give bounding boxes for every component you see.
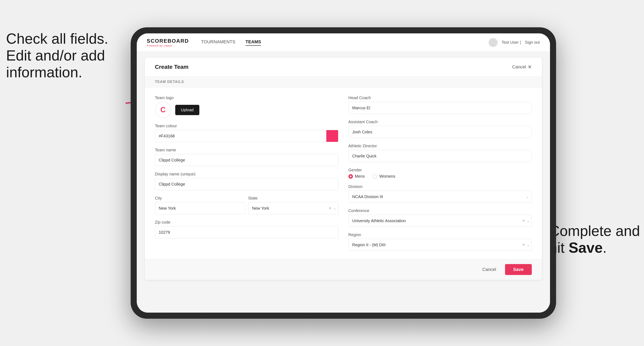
state-clear-icon[interactable]: ✕ bbox=[328, 206, 332, 210]
region-clear-icon[interactable]: ✕ bbox=[522, 243, 525, 247]
ath-director-input[interactable] bbox=[348, 150, 532, 162]
state-chevron-icon[interactable]: ⌄ bbox=[333, 206, 336, 210]
conference-select-controls: ✕ ⌄ bbox=[522, 218, 530, 223]
region-label: Region bbox=[348, 232, 532, 237]
annotation-left: Check all fields. Edit and/or add inform… bbox=[6, 30, 108, 81]
sign-out-link[interactable]: Sign out bbox=[525, 40, 540, 45]
annotation-right: Complete and hit Save. bbox=[549, 223, 640, 256]
tablet-screen: SCOREBOARD Powered by clippd TOURNAMENTS… bbox=[137, 33, 550, 313]
form-card: Create Team Cancel ✕ TEAM DETAILS Team l… bbox=[145, 58, 542, 280]
state-select-wrapper: New York ✕ ⌄ bbox=[248, 202, 338, 214]
team-colour-field: Team colour bbox=[155, 124, 338, 142]
logo-upload-area: C Upload bbox=[155, 102, 338, 118]
logo-circle: C bbox=[155, 102, 171, 118]
team-logo-label: Team logo bbox=[155, 96, 338, 100]
conference-select-wrapper: University Athletic Association ✕ ⌄ bbox=[348, 215, 532, 227]
gender-womens-option[interactable]: Womens bbox=[373, 174, 395, 179]
close-icon: ✕ bbox=[528, 64, 532, 70]
gender-mens-label: Mens bbox=[355, 174, 365, 179]
conference-chevron-icon[interactable]: ⌄ bbox=[527, 218, 530, 223]
ath-director-field: Athletic Director bbox=[348, 144, 532, 162]
annotation-right-line1: Complete and bbox=[549, 223, 640, 239]
conference-select[interactable]: University Athletic Association bbox=[348, 215, 532, 227]
form-title: Create Team bbox=[155, 64, 188, 70]
city-label: City bbox=[155, 196, 245, 200]
state-field: State New York ✕ ⌄ bbox=[248, 196, 338, 214]
team-logo-field: Team logo C Upload bbox=[155, 96, 338, 118]
head-coach-field: Head Coach bbox=[348, 96, 532, 114]
upload-button[interactable]: Upload bbox=[175, 105, 199, 115]
asst-coach-input[interactable] bbox=[348, 126, 532, 138]
gender-mens-option[interactable]: Mens bbox=[348, 174, 365, 179]
navbar: SCOREBOARD Powered by clippd TOURNAMENTS… bbox=[137, 33, 550, 52]
colour-swatch[interactable] bbox=[326, 130, 338, 142]
ath-director-label: Athletic Director bbox=[348, 144, 532, 148]
form-footer: Cancel Save bbox=[145, 259, 542, 280]
city-input[interactable] bbox=[155, 202, 245, 214]
gender-mens-radio[interactable] bbox=[348, 174, 353, 179]
region-field: Region Region II - (M) DIII ✕ ⌄ bbox=[348, 232, 532, 251]
nav-right: Test User | Sign out bbox=[488, 38, 540, 47]
form-header: Create Team Cancel ✕ bbox=[145, 58, 542, 76]
header-cancel-text: Cancel bbox=[512, 64, 526, 70]
section-header: TEAM DETAILS bbox=[145, 76, 542, 87]
zip-input[interactable] bbox=[155, 226, 338, 238]
head-coach-label: Head Coach bbox=[348, 96, 532, 100]
gender-womens-label: Womens bbox=[379, 174, 395, 179]
header-cancel-link[interactable]: Cancel ✕ bbox=[512, 64, 532, 70]
gender-label: Gender bbox=[348, 168, 532, 173]
form-left: Team logo C Upload Team colour bbox=[155, 96, 338, 251]
tablet-frame: SCOREBOARD Powered by clippd TOURNAMENTS… bbox=[131, 27, 556, 319]
form-body: Team logo C Upload Team colour bbox=[145, 87, 542, 259]
main-content: Create Team Cancel ✕ TEAM DETAILS Team l… bbox=[137, 52, 550, 313]
gender-field: Gender Mens Womens bbox=[348, 168, 532, 179]
annotation-line2: Edit and/or add bbox=[6, 47, 105, 64]
state-label: State bbox=[248, 196, 338, 200]
zip-field: Zip code bbox=[155, 220, 338, 238]
city-field: City bbox=[155, 196, 245, 214]
logo-area: SCOREBOARD Powered by clippd bbox=[147, 38, 189, 47]
display-name-label: Display name (unique) bbox=[155, 172, 338, 176]
logo-sub: Powered by clippd bbox=[147, 44, 189, 47]
head-coach-input[interactable] bbox=[348, 102, 532, 114]
team-name-input[interactable] bbox=[155, 154, 338, 166]
avatar bbox=[488, 38, 498, 47]
state-select[interactable]: New York bbox=[248, 202, 338, 214]
user-name: Test User | bbox=[502, 40, 521, 45]
division-label: Division bbox=[348, 184, 532, 189]
gender-womens-radio[interactable] bbox=[373, 174, 377, 179]
save-button[interactable]: Save bbox=[505, 264, 532, 275]
annotation-right-end: . bbox=[603, 240, 607, 256]
nav-tournaments[interactable]: TOURNAMENTS bbox=[201, 39, 236, 46]
conference-clear-icon[interactable]: ✕ bbox=[522, 219, 525, 223]
conference-field: Conference University Athletic Associati… bbox=[348, 208, 532, 227]
region-select-controls: ✕ ⌄ bbox=[522, 243, 530, 247]
division-select[interactable]: NCAA Division III bbox=[348, 191, 532, 203]
city-state-row: City State New York bbox=[155, 196, 338, 214]
gender-radio-row: Mens Womens bbox=[348, 174, 532, 179]
conference-label: Conference bbox=[348, 208, 532, 213]
city-state-field: City State New York bbox=[155, 196, 338, 214]
team-name-field: Team name bbox=[155, 148, 338, 166]
asst-coach-label: Assistant Coach bbox=[348, 120, 532, 124]
display-name-input[interactable] bbox=[155, 178, 338, 190]
logo-text: SCOREBOARD bbox=[147, 38, 189, 44]
annotation-save-word: Save bbox=[569, 240, 603, 256]
nav-links: TOURNAMENTS TEAMS bbox=[201, 39, 488, 46]
region-chevron-icon[interactable]: ⌄ bbox=[527, 243, 530, 247]
annotation-line3: information. bbox=[6, 64, 82, 80]
team-name-label: Team name bbox=[155, 148, 338, 152]
cancel-button[interactable]: Cancel bbox=[478, 264, 501, 275]
zip-label: Zip code bbox=[155, 220, 338, 225]
annotation-line1: Check all fields. bbox=[6, 30, 108, 47]
nav-teams[interactable]: TEAMS bbox=[246, 39, 261, 46]
region-select-wrapper: Region II - (M) DIII ✕ ⌄ bbox=[348, 239, 532, 251]
team-colour-label: Team colour bbox=[155, 124, 338, 128]
division-field: Division NCAA Division III ⌄ bbox=[348, 184, 532, 203]
colour-row bbox=[155, 130, 338, 142]
region-select[interactable]: Region II - (M) DIII bbox=[348, 239, 532, 251]
state-select-controls: ✕ ⌄ bbox=[328, 206, 336, 210]
asst-coach-field: Assistant Coach bbox=[348, 120, 532, 138]
form-right: Head Coach Assistant Coach Athletic Dire… bbox=[348, 96, 532, 251]
colour-input[interactable] bbox=[155, 130, 326, 142]
